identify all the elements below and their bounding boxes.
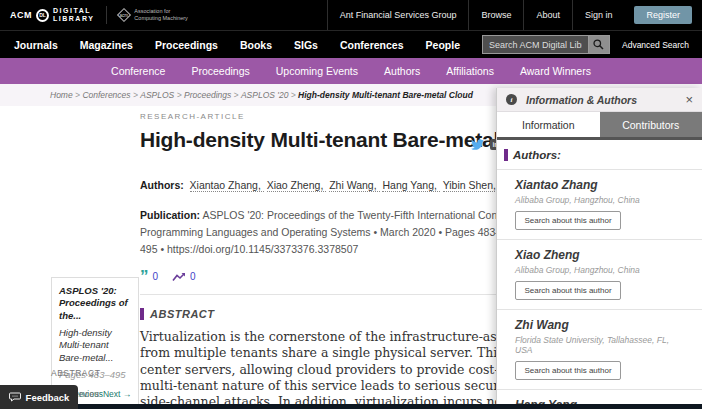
next-article-link[interactable]: Next → [103, 389, 131, 399]
sign-in-link[interactable]: Sign in [572, 0, 625, 30]
publication-label: Publication: [140, 209, 200, 221]
author-affiliation: Florida State University, Tallahassee, F… [515, 335, 684, 355]
conf-nav-proceedings[interactable]: Proceedings [191, 65, 249, 77]
acm-diamond-text: acm [120, 13, 129, 18]
utility-bar: ACM DL DIGITAL LIBRARY acm Association f… [0, 0, 702, 30]
acm-diamond-icon: acm [117, 8, 131, 22]
search-about-author-button[interactable]: Search about this author [515, 281, 621, 300]
conf-nav-award-winners[interactable]: Award Winners [520, 65, 591, 77]
feedback-label: Feedback [26, 392, 70, 403]
author-link-xiantao-zhang[interactable]: Xiantao Zhang [190, 179, 264, 192]
conference-nav-bar: Conference Proceedings Upcoming Events A… [0, 58, 702, 84]
crumb-asplos-20[interactable]: ASPLOS '20 [241, 90, 298, 100]
nav-journals[interactable]: Journals [14, 39, 58, 51]
author-affiliation: Alibaba Group, Hangzhou, China [515, 265, 684, 275]
author-affiliation: Alibaba Group, Hangzhou, China [515, 195, 684, 205]
search-about-author-button[interactable]: Search about this author [515, 361, 621, 380]
acm-association-text: Association for Computing Machinery [134, 8, 188, 21]
acm-dl-logo-text: ACM [10, 10, 32, 20]
search-input[interactable] [482, 35, 588, 54]
search-button[interactable] [588, 35, 610, 54]
panel-body: Authors: Xiantao Zhang Alibaba Group, Ha… [497, 140, 702, 409]
abstract-heading: ABSTRACT [150, 308, 215, 320]
nav-sigs[interactable]: SIGs [294, 39, 318, 51]
crumb-asplos[interactable]: ASPLOS [140, 90, 184, 100]
information-authors-panel: i Information & Authors × Information Co… [496, 88, 702, 409]
utility-right: Ant Financial Services Group Browse Abou… [327, 0, 692, 30]
conf-nav-upcoming-events[interactable]: Upcoming Events [276, 65, 358, 77]
crumb-proceedings[interactable]: Proceedings [184, 90, 241, 100]
feedback-button[interactable]: Feedback [0, 385, 78, 409]
institution-name: Ant Financial Services Group [327, 0, 469, 30]
speech-bubble-icon [9, 392, 21, 402]
panel-title: Information & Authors [526, 94, 637, 106]
logo-library: LIBRARY [53, 15, 94, 22]
crumb-current-article: High-density Multi-tenant Bare-metal Clo… [298, 90, 473, 100]
crumb-home[interactable]: Home [50, 90, 82, 100]
citation-icon: ” [140, 272, 149, 282]
author-link-xiao-zheng[interactable]: Xiao Zheng [267, 179, 327, 192]
author-card: Xiantao Zhang Alibaba Group, Hangzhou, C… [497, 169, 702, 239]
toc-proceedings-title[interactable]: ASPLOS '20: Proceedings of the... [59, 285, 131, 322]
toc-section-abstract[interactable]: ABSTRACT [51, 368, 100, 378]
search-area: Advanced Search [482, 35, 693, 54]
authors-label: Authors: [140, 179, 184, 191]
conf-nav-authors[interactable]: Authors [384, 65, 420, 77]
conf-nav-affiliations[interactable]: Affiliations [446, 65, 494, 77]
nav-magazines[interactable]: Magazines [80, 39, 133, 51]
tab-contributors[interactable]: Contributors [600, 112, 702, 137]
panel-header: i Information & Authors × [497, 88, 702, 112]
tab-information[interactable]: Information [497, 112, 600, 137]
downloads-count: 0 [190, 271, 196, 282]
acm-dl-logo-stack: DIGITAL LIBRARY [53, 7, 94, 23]
assoc-line1: Association for [134, 8, 170, 14]
trending-icon [172, 272, 186, 282]
acm-dl-gear-icon: DL [36, 9, 49, 22]
nav-books[interactable]: Books [240, 39, 272, 51]
author-name[interactable]: Zhi Wang [515, 318, 684, 332]
authors-section-header: Authors: [497, 149, 702, 169]
crumb-conferences[interactable]: Conferences [82, 90, 140, 100]
nav-people[interactable]: People [426, 39, 460, 51]
author-name[interactable]: Xiantao Zhang [515, 178, 684, 192]
authors-accent-bar [504, 149, 508, 161]
acm-dl-page: ACM DL DIGITAL LIBRARY acm Association f… [0, 0, 702, 409]
conf-nav-conference[interactable]: Conference [111, 65, 165, 77]
main-nav-bar: Journals Magazines Proceedings Books SIG… [0, 30, 702, 58]
search-about-author-button[interactable]: Search about this author [515, 211, 621, 230]
authors-section-heading: Authors: [513, 149, 561, 161]
nav-proceedings[interactable]: Proceedings [155, 39, 218, 51]
about-link[interactable]: About [523, 0, 572, 30]
search-icon [592, 38, 605, 51]
acm-association-logo[interactable]: acm Association for Computing Machinery [119, 8, 188, 21]
author-name[interactable]: Xiao Zheng [515, 248, 684, 262]
citation-count: 0 [153, 271, 159, 282]
next-label: Next [103, 389, 120, 399]
author-link-yibin-shen[interactable]: Yibin Shen [443, 179, 499, 192]
author-card: Zhi Wang Florida State University, Talla… [497, 309, 702, 389]
author-link-zhi-wang[interactable]: Zhi Wang [329, 179, 379, 192]
downloads-metric: 0 [172, 271, 196, 282]
register-button[interactable]: Register [634, 6, 692, 24]
assoc-line2: Computing Machinery [134, 15, 188, 21]
logo-digital: DIGITAL [53, 7, 91, 14]
next-arrow-icon: → [123, 389, 132, 399]
cookie-banner-edge [0, 404, 702, 409]
nav-conferences[interactable]: Conferences [340, 39, 404, 51]
author-link-hang-yang[interactable]: Hang Yang [382, 179, 439, 192]
acm-dl-logo[interactable]: ACM DL DIGITAL LIBRARY [10, 7, 94, 23]
panel-tabs: Information Contributors [497, 112, 702, 140]
toc-article-title: High-density Multi-tenant Bare-metal... [59, 327, 131, 364]
twitter-icon[interactable] [471, 139, 484, 150]
advanced-search-link[interactable]: Advanced Search [622, 40, 689, 50]
citation-metric: ” 0 [140, 271, 158, 282]
info-icon: i [506, 94, 517, 105]
close-icon[interactable]: × [685, 93, 693, 106]
browse-link[interactable]: Browse [468, 0, 523, 30]
abstract-accent-bar [140, 308, 144, 320]
author-card: Xiao Zheng Alibaba Group, Hangzhou, Chin… [497, 239, 702, 309]
divider [106, 6, 107, 24]
